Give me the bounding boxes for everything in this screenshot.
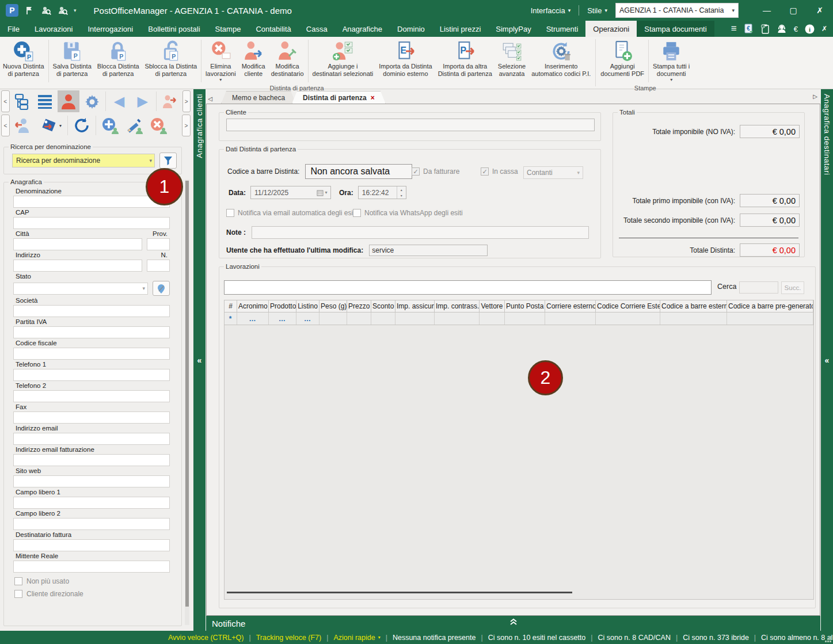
import-client-icon[interactable]	[11, 115, 34, 136]
agency-select[interactable]: AGENZIA 1 - CATANIA - Catania▾	[615, 3, 739, 18]
horizontal-scrollbar[interactable]	[227, 592, 572, 593]
grid-column-header[interactable]: Codice a barre pre-generato	[727, 300, 813, 312]
text-input[interactable]	[13, 196, 170, 208]
tab-scroll-left-icon[interactable]: ◁	[206, 93, 214, 104]
anagrafica-clienti-strip[interactable]: Anagrafica clienti «	[193, 89, 206, 631]
text-input[interactable]	[13, 411, 170, 424]
add-client-icon[interactable]	[98, 115, 121, 136]
statusbar-item[interactable]: | Azioni rapide ▾	[321, 634, 381, 642]
grid-cell[interactable]	[480, 313, 505, 325]
spin-up-icon[interactable]: ▴	[397, 186, 406, 193]
grid-cell[interactable]	[596, 313, 660, 325]
date-picker[interactable]: 11/12/2025 ▾	[250, 186, 331, 199]
ribbon-button[interactable]: Elimina lavorazioni ▾	[203, 38, 239, 84]
grid-cell[interactable]	[395, 313, 435, 325]
text-input[interactable]	[13, 539, 170, 551]
menu-item[interactable]: Cassa	[299, 21, 335, 37]
text-input[interactable]	[13, 238, 142, 250]
menu-item[interactable]: Interrogazioni	[80, 21, 140, 37]
ribbon-button[interactable]: Modifica cliente ▾	[239, 38, 268, 84]
interfaccia-dropdown[interactable]: Interfaccia▾	[528, 6, 573, 15]
text-input[interactable]	[13, 497, 170, 509]
toolbar-scroll-left-button[interactable]: <	[1, 115, 10, 136]
stile-dropdown[interactable]: Stile▾	[585, 6, 610, 15]
next-record-icon[interactable]: ▶	[131, 90, 154, 112]
menu-item[interactable]: File	[0, 21, 27, 37]
close-button[interactable]: ✗	[807, 0, 833, 21]
grid-column-header[interactable]: Vettore	[480, 300, 505, 312]
grid-cell[interactable]: …	[296, 313, 319, 325]
grid-column-header[interactable]: #	[225, 300, 237, 312]
ribbon-button[interactable]: P Importa da altra Distinta di partenza …	[435, 38, 495, 84]
grid-column-header[interactable]: Codice Corriere Esterno	[596, 300, 660, 312]
menu-item[interactable]: Stampa documenti	[637, 21, 714, 37]
anagrafica-destinatari-strip[interactable]: Anagrafica destinatari «	[821, 89, 833, 631]
toolbar-scroll-right-button[interactable]: >	[182, 115, 191, 136]
statusbar-item[interactable]: | Nessuna notifica presente ▾	[381, 634, 476, 642]
grid-cell[interactable]	[319, 313, 347, 325]
grid-cell[interactable]	[435, 313, 480, 325]
grid-cell[interactable]	[347, 313, 371, 325]
grid-column-header[interactable]: Sconto	[371, 300, 395, 312]
grid-column-header[interactable]: Imp. contrass.	[435, 300, 480, 312]
ribbon-button[interactable]: P Sblocca la Distinta di partenza ▾	[142, 38, 200, 84]
tab-memo-e-bacheca[interactable]: Memo e bacheca	[221, 91, 296, 104]
grid-column-header[interactable]: Acronimo	[237, 300, 269, 312]
grid-cell[interactable]	[660, 313, 727, 325]
search-input[interactable]: Ricerca per denominazione ▾	[12, 154, 155, 167]
left-panel-scrollbar[interactable]	[185, 180, 189, 625]
grid-column-header[interactable]: Listino	[296, 300, 319, 312]
export-client-icon[interactable]	[159, 90, 181, 112]
ribbon-button[interactable]: Stampa tutti i documenti ▾	[650, 38, 693, 84]
ribbon-layout-icon[interactable]: ≡	[731, 23, 737, 35]
grid-column-header[interactable]: Imp. assicur.	[395, 300, 435, 312]
cliente-direzionale-checkbox[interactable]	[14, 590, 22, 598]
grid-column-header[interactable]: Prezzo	[347, 300, 371, 312]
grid-cell[interactable]	[545, 313, 596, 325]
toolbar-scroll-left-button[interactable]: <	[1, 90, 10, 112]
ribbon-button[interactable]: P Blocca Distinta di partenza ▾	[94, 38, 142, 84]
spinner-buttons[interactable]: ▴▾	[397, 186, 406, 199]
grid-column-header[interactable]: Peso (g)	[319, 300, 347, 312]
resize-grip-icon[interactable]	[824, 635, 832, 643]
lavorazioni-barcode-input[interactable]	[224, 280, 712, 295]
map-pin-button[interactable]	[153, 281, 170, 296]
ribbon-button[interactable]: Modifica destinatario ▾	[268, 38, 307, 84]
grid-cell[interactable]	[371, 313, 395, 325]
client-card-icon[interactable]	[58, 90, 80, 112]
tab-close-icon[interactable]: ×	[371, 94, 375, 102]
list-view-icon[interactable]	[34, 90, 56, 112]
ribbon-button[interactable]: Aggiunge i destinatari selezionati ▾	[310, 38, 376, 84]
support-headset-icon[interactable]	[777, 24, 787, 34]
text-input[interactable]	[13, 475, 170, 487]
succ-button[interactable]: Succ.	[781, 281, 804, 294]
tab-scroll-right-icon[interactable]: ▷	[811, 91, 819, 101]
cliente-input[interactable]	[226, 119, 595, 131]
edit-client-icon[interactable]	[123, 115, 146, 136]
filter-button[interactable]	[159, 153, 177, 169]
text-input[interactable]	[13, 369, 170, 381]
time-spinner[interactable]: 16:22:42 ▴▾	[358, 186, 406, 199]
collapse-chevron-icon[interactable]: «	[197, 356, 202, 365]
ribbon-button[interactable]: P Salva Distinta di partenza ▾	[50, 38, 94, 84]
menu-item[interactable]: Strumenti	[539, 21, 586, 37]
ribbon-button[interactable]: Selezione avanzata ▾	[495, 38, 528, 84]
grid-column-header[interactable]: Punto Posta	[505, 300, 545, 312]
notifiche-bar[interactable]: Notifiche	[206, 616, 820, 631]
text-input[interactable]	[13, 326, 170, 338]
menu-item[interactable]: SimplyPay	[488, 21, 538, 37]
grid-cell[interactable]: *	[225, 313, 237, 325]
menu-item[interactable]: Anagrafiche	[335, 21, 390, 37]
text-input[interactable]	[13, 305, 170, 317]
search-client-icon[interactable]	[40, 5, 52, 16]
stato-select[interactable]: ▾	[13, 283, 148, 295]
menu-item[interactable]: Bollettini postali	[140, 21, 207, 37]
ribbon-button[interactable]: Aggiungi documenti PDF ▾	[598, 38, 647, 84]
text-input[interactable]	[13, 433, 170, 445]
previous-record-icon[interactable]: ◀	[108, 90, 131, 112]
da-fatturare-checkbox[interactable]: ✓	[412, 167, 420, 176]
menu-item[interactable]: Lavorazioni	[27, 21, 81, 37]
flag-icon[interactable]	[24, 5, 35, 16]
refresh-icon[interactable]	[70, 115, 93, 136]
grid-cell[interactable]: …	[269, 313, 296, 325]
